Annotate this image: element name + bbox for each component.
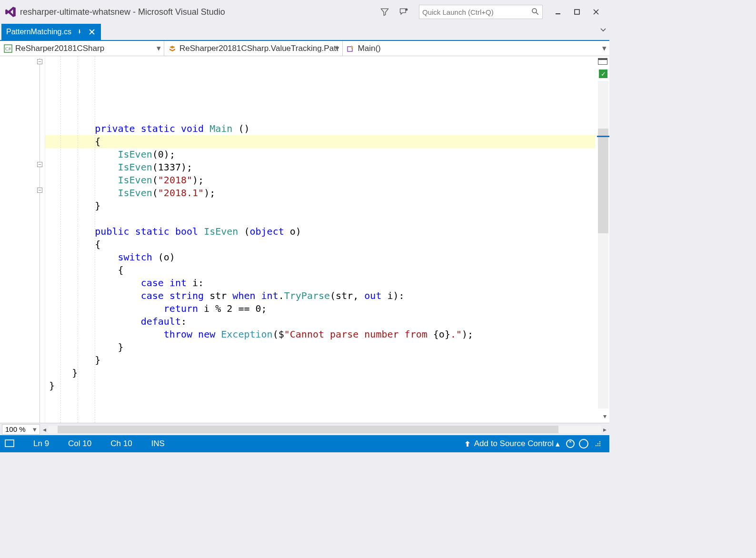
scroll-left-icon[interactable]: ◂ xyxy=(43,426,46,433)
code-line[interactable]: IsEven(0); xyxy=(45,148,595,161)
chevron-down-icon: ▾ xyxy=(33,425,37,434)
close-button[interactable] xyxy=(587,5,606,19)
status-ch[interactable]: Ch 10 xyxy=(110,439,132,448)
zoom-bar: 100 % ▾ ◂ ▸ xyxy=(0,423,609,435)
member-dropdown[interactable]: Main() ▾ xyxy=(343,41,609,56)
fold-toggle[interactable] xyxy=(37,59,42,64)
code-line[interactable]: IsEven("2018"); xyxy=(45,174,595,187)
navigation-bar: C# ReSharper20181CSharp ▾ ReSharper20181… xyxy=(0,40,609,56)
scroll-thumb[interactable] xyxy=(58,426,558,433)
sync-icon[interactable] xyxy=(566,439,575,448)
tab-overflow-chevron-icon[interactable] xyxy=(600,27,607,35)
horizontal-scrollbar[interactable] xyxy=(48,426,601,433)
resize-grip-icon[interactable] xyxy=(593,439,603,448)
code-editor[interactable]: private static void Main () { IsEven(0);… xyxy=(45,56,595,423)
code-line[interactable]: return i % 2 == 0; xyxy=(45,302,595,315)
code-line[interactable]: IsEven("2018.1"); xyxy=(45,187,595,199)
svg-point-16 xyxy=(599,443,600,444)
window-title: resharper-ultimate-whatsnew - Microsoft … xyxy=(20,7,225,17)
quick-launch-box[interactable] xyxy=(419,5,543,19)
right-gutter: ✓ ▴ ▾ xyxy=(595,56,609,423)
status-ins[interactable]: INS xyxy=(151,439,165,448)
status-bar: Ln 9 Col 10 Ch 10 INS Add to Source Cont… xyxy=(0,435,609,452)
code-line[interactable]: default: xyxy=(45,315,595,328)
scroll-down-icon[interactable]: ▾ xyxy=(603,412,607,420)
project-name: ReSharper20181CSharp xyxy=(15,44,104,53)
code-line[interactable]: } xyxy=(45,379,595,392)
code-line[interactable]: IsEven(1337); xyxy=(45,161,595,174)
fold-toggle[interactable] xyxy=(37,188,42,193)
method-icon xyxy=(347,44,355,53)
chevron-down-icon: ▾ xyxy=(602,43,607,53)
zoom-dropdown[interactable]: 100 % ▾ xyxy=(2,424,40,435)
svg-point-18 xyxy=(597,445,598,446)
search-icon[interactable] xyxy=(531,7,539,17)
inspection-ok-badge[interactable]: ✓ xyxy=(599,70,607,78)
quick-launch-input[interactable] xyxy=(422,8,531,16)
maximize-button[interactable] xyxy=(567,5,587,19)
code-line[interactable]: private static void Main () xyxy=(45,122,595,135)
status-col[interactable]: Col 10 xyxy=(68,439,91,448)
outline-gutter xyxy=(0,56,45,423)
svg-point-1 xyxy=(532,9,537,13)
svg-text:C#: C# xyxy=(5,46,11,51)
split-editor-icon[interactable] xyxy=(598,58,607,65)
pin-icon[interactable] xyxy=(75,28,84,36)
svg-point-14 xyxy=(599,441,600,442)
vertical-scrollbar[interactable] xyxy=(598,81,608,409)
document-tab-strip: PatternMatching.cs xyxy=(0,24,609,40)
svg-point-19 xyxy=(599,445,600,446)
notifications-filter-icon[interactable] xyxy=(377,4,392,20)
document-tab-label: PatternMatching.cs xyxy=(6,28,71,36)
code-line[interactable]: public static bool IsEven (object o) xyxy=(45,225,595,238)
type-name: ReSharper20181CSharp.ValueTracking.Patt xyxy=(179,44,338,53)
svg-point-0 xyxy=(405,9,408,11)
code-line[interactable]: { xyxy=(45,264,595,277)
minimize-button[interactable] xyxy=(548,5,567,19)
fold-toggle[interactable] xyxy=(37,162,42,167)
scroll-right-icon[interactable]: ▸ xyxy=(603,426,607,433)
source-control-button[interactable]: Add to Source Control xyxy=(474,439,554,448)
svg-rect-12 xyxy=(5,440,14,447)
code-line[interactable]: case string str when int.TryParse(str, o… xyxy=(45,289,595,302)
zoom-level: 100 % xyxy=(5,425,26,433)
code-line[interactable]: } xyxy=(45,354,595,367)
status-ready-icon xyxy=(5,439,14,448)
code-line[interactable] xyxy=(45,212,595,225)
code-line[interactable]: switch (o) xyxy=(45,251,595,264)
type-dropdown[interactable]: ReSharper20181CSharp.ValueTracking.Patt … xyxy=(164,41,343,56)
close-tab-icon[interactable] xyxy=(88,28,96,36)
chevron-down-icon: ▾ xyxy=(157,43,161,53)
svg-point-17 xyxy=(596,445,597,446)
csharp-file-icon: C# xyxy=(4,44,12,53)
code-line[interactable]: } xyxy=(45,199,595,212)
status-circle-icon[interactable] xyxy=(579,439,588,448)
status-line[interactable]: Ln 9 xyxy=(33,439,49,448)
caret-marker xyxy=(597,136,609,137)
code-line[interactable]: { xyxy=(45,135,595,148)
svg-point-15 xyxy=(597,443,598,444)
chevron-up-icon[interactable]: ▴ xyxy=(556,439,560,449)
code-line[interactable]: } xyxy=(45,367,595,379)
code-line[interactable]: throw new Exception($"Cannot parse numbe… xyxy=(45,328,595,341)
editor-area: private static void Main () { IsEven(0);… xyxy=(0,56,609,423)
project-dropdown[interactable]: C# ReSharper20181CSharp ▾ xyxy=(0,41,164,56)
scroll-thumb[interactable] xyxy=(598,129,608,233)
publish-arrow-icon[interactable] xyxy=(463,439,472,448)
svg-line-2 xyxy=(536,12,538,15)
code-line[interactable]: case int i: xyxy=(45,277,595,289)
feedback-icon[interactable] xyxy=(396,4,411,20)
code-line[interactable]: } xyxy=(45,341,595,354)
vs-logo-icon xyxy=(4,5,17,19)
code-line[interactable]: { xyxy=(45,238,595,251)
title-bar: resharper-ultimate-whatsnew - Microsoft … xyxy=(0,0,609,24)
document-tab[interactable]: PatternMatching.cs xyxy=(1,24,101,40)
class-icon xyxy=(168,44,177,53)
svg-rect-4 xyxy=(575,10,579,14)
chevron-down-icon: ▾ xyxy=(335,43,339,53)
member-name: Main() xyxy=(358,44,381,53)
